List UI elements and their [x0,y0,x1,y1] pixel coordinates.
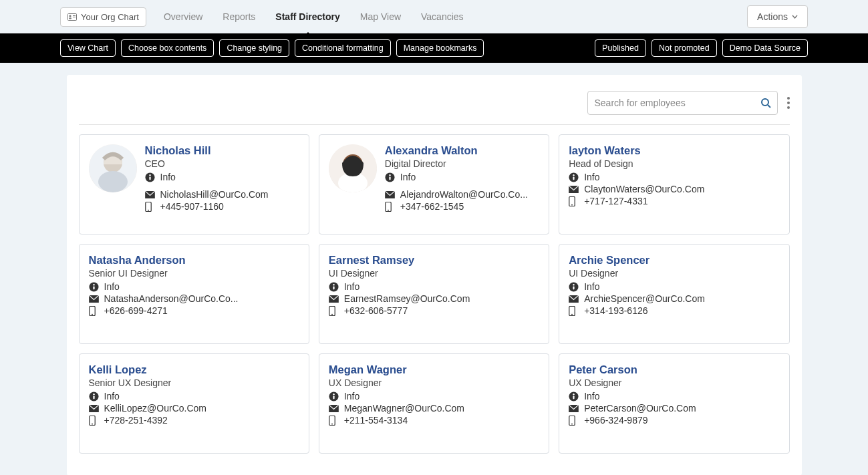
svg-rect-12 [149,176,150,180]
your-org-chart-button[interactable]: Your Org Chart [60,7,146,27]
phone-icon [145,202,156,212]
toolbar-black: View Chart Choose box contents Change st… [0,33,868,63]
employee-phone: +314-193-6126 [584,305,647,316]
info-link[interactable]: Info [89,391,299,402]
employee-name[interactable]: Kelli Lopez [89,363,299,376]
svg-point-24 [388,209,389,210]
tab-staff-directory[interactable]: Staff Directory [273,6,342,27]
published-button[interactable]: Published [595,39,646,57]
info-label: Info [400,172,416,182]
mail-icon [385,191,396,198]
change-styling-button[interactable]: Change styling [219,39,289,57]
employee-phone-line: +966-324-9879 [569,415,779,426]
more-options-icon[interactable] [787,97,790,109]
employee-name[interactable]: Megan Wagner [329,363,539,376]
info-label: Info [584,172,599,182]
employee-phone-line: +632-606-5777 [329,305,539,316]
employee-phone: +966-324-9879 [584,415,647,426]
tab-map-view[interactable]: Map View [357,6,404,27]
top-nav: Your Org Chart Overview Reports Staff Di… [0,0,868,33]
employee-card: Peter CarsonUX DesignerInfoPeterCarson@O… [559,353,789,454]
svg-rect-63 [573,395,575,399]
employee-name[interactable]: Natasha Anderson [89,254,299,267]
employee-name[interactable]: layton Waters [569,144,779,157]
employee-email-line: ArchieSpencer@OurCo.Com [569,293,779,304]
employee-phone-line: +211-554-3134 [329,415,539,426]
employee-email: NicholasHill@OurCo.Com [160,189,269,200]
tab-reports[interactable]: Reports [220,6,258,27]
employee-email-line: KelliLopez@OurCo.Com [89,403,299,414]
info-icon [145,172,156,182]
conditional-formatting-button[interactable]: Conditional formatting [295,39,391,57]
tab-vacancies[interactable]: Vacancies [418,6,466,27]
employee-name[interactable]: Archie Spencer [569,254,779,267]
mail-icon [329,295,339,303]
employee-phone-line: +445-907-1160 [145,201,299,212]
employee-phone: +632-606-5777 [344,305,408,316]
not-promoted-button[interactable]: Not promoted [652,39,717,57]
svg-point-11 [149,174,150,176]
choose-box-contents-button[interactable]: Choose box contents [121,39,214,57]
svg-rect-51 [93,395,94,399]
employee-name[interactable]: Nicholas Hill [145,144,299,157]
employee-card: layton WatersHead of DesignInfoClaytonWa… [559,134,789,234]
info-link[interactable]: Info [569,172,779,182]
info-link[interactable]: Info [569,391,779,402]
info-label: Info [584,391,599,402]
svg-point-38 [333,284,334,285]
employee-name[interactable]: Peter Carson [569,363,779,376]
employee-role: Digital Director [385,158,539,169]
info-link[interactable]: Info [569,281,779,292]
mail-icon [569,405,579,412]
phone-icon [329,306,339,316]
employee-email: AlejandroWalton@OurCo.Co... [400,189,528,200]
phone-icon [329,416,339,426]
svg-point-48 [571,313,573,315]
phone-icon [385,202,396,212]
search-row [79,91,790,125]
info-icon [569,172,579,182]
svg-point-56 [333,393,334,395]
employee-card: Kelli LopezSenior UX DesignerInfoKelliLo… [79,353,309,454]
employee-phone-line: +728-251-4392 [89,415,299,426]
employee-cards-grid: Nicholas HillCEOInfoNicholasHill@OurCo.C… [79,134,790,454]
info-link[interactable]: Info [89,281,299,292]
tab-overview[interactable]: Overview [161,6,205,27]
mail-icon [569,295,579,303]
search-input[interactable] [587,91,778,115]
info-link[interactable]: Info [329,391,539,402]
data-source-button[interactable]: Demo Data Source [722,39,808,57]
employee-name[interactable]: Alexandra Walton [385,144,539,157]
svg-rect-33 [93,286,94,289]
manage-bookmarks-button[interactable]: Manage bookmarks [396,39,484,57]
svg-point-9 [98,171,128,192]
employee-phone-line: +717-127-4331 [569,196,779,206]
svg-rect-45 [573,286,575,289]
info-icon [89,391,100,402]
employee-phone: +728-251-4392 [104,415,168,426]
actions-button[interactable]: Actions [747,5,808,28]
employee-email-line: NicholasHill@OurCo.Com [145,189,299,200]
actions-label: Actions [757,11,788,22]
info-label: Info [104,391,120,402]
view-chart-button[interactable]: View Chart [60,39,116,57]
employee-card: Megan WagnerUX DesignerInfoMeganWagner@O… [319,353,549,454]
info-link[interactable]: Info [145,172,299,182]
employee-card: Archie SpencerUI DesignerInfoArchieSpenc… [559,244,789,344]
employee-card: Natasha AndersonSenior UI DesignerInfoNa… [79,244,309,344]
info-label: Info [104,281,120,292]
employee-phone-line: +626-699-4271 [89,305,299,316]
employee-email: NatashaAnderson@OurCo.Co... [104,293,239,304]
svg-point-36 [92,313,93,315]
employee-email-line: ClaytonWaters@OurCo.Com [569,184,779,194]
info-link[interactable]: Info [385,172,539,182]
search-icon[interactable] [760,98,771,108]
svg-point-50 [93,393,94,395]
svg-point-44 [573,284,574,285]
info-label: Info [344,281,359,292]
employee-name[interactable]: Earnest Ramsey [329,254,539,267]
nav-tabs: Overview Reports Staff Directory Map Vie… [161,6,466,27]
avatar [329,144,377,192]
svg-point-30 [571,204,573,205]
info-link[interactable]: Info [329,281,539,292]
